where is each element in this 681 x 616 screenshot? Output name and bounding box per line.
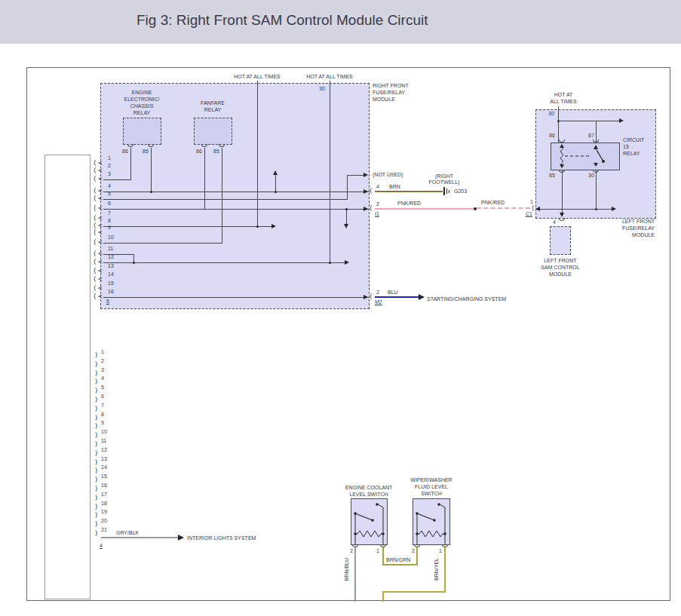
connector-arc: ) bbox=[94, 370, 98, 377]
connector-arc: ( bbox=[369, 205, 373, 212]
ecl-internals bbox=[351, 498, 388, 545]
sam-control-module-box bbox=[44, 155, 90, 599]
wire-pin5 bbox=[103, 199, 348, 200]
wire-pin4 bbox=[103, 192, 370, 192]
wire-fan85 bbox=[222, 148, 222, 243]
wire-brngrn-h bbox=[382, 564, 418, 565]
connector-arc: ) bbox=[94, 415, 98, 421]
wire-brnblu bbox=[354, 546, 356, 602]
ecl-name2: LEVEL SWITCH bbox=[349, 492, 388, 498]
connector-arc: ) bbox=[94, 361, 98, 368]
wire-gry bbox=[101, 537, 178, 538]
wire-blu bbox=[375, 296, 419, 298]
pin-number: 14 bbox=[108, 271, 114, 277]
hot-label2: ALL TIMES bbox=[550, 99, 576, 105]
pin-number: 2 bbox=[101, 358, 104, 364]
connector-arrow-icon: < bbox=[98, 268, 102, 274]
junction bbox=[275, 191, 277, 193]
ground-name: G203 bbox=[454, 188, 467, 195]
connector-arc: ) bbox=[94, 450, 98, 457]
ww-pin1: 1 bbox=[439, 548, 442, 554]
connector-arrow-icon: < bbox=[98, 160, 102, 167]
circuit-15-relay-internals bbox=[551, 143, 620, 170]
connector-arrow-icon: < bbox=[98, 195, 102, 202]
pin-number: 5 bbox=[101, 385, 104, 391]
arrow-branch bbox=[619, 118, 624, 123]
connector-arc: ) bbox=[94, 441, 98, 448]
pin-number: 12 bbox=[101, 447, 107, 453]
junction bbox=[345, 208, 348, 210]
connector-arc: ( bbox=[369, 188, 373, 195]
pin-number: 13 bbox=[108, 263, 114, 269]
pin-number: 13 bbox=[101, 456, 107, 462]
connector-arc: ( bbox=[369, 293, 373, 300]
arrow-gry bbox=[178, 535, 184, 541]
wire-brngrn-l bbox=[382, 546, 384, 565]
wire-eng85 bbox=[151, 148, 152, 192]
pin-number: 10 bbox=[101, 429, 107, 435]
circuit15-label1: CIRCUIT bbox=[623, 137, 644, 143]
blu-wire-label: BLU bbox=[388, 290, 398, 296]
connector-arc: ) bbox=[94, 432, 98, 439]
footwell-label1: (RIGHT bbox=[435, 173, 453, 179]
exit-arrow bbox=[364, 189, 368, 194]
connector-arc: ( bbox=[93, 259, 97, 265]
engine-relay-label4: RELAY bbox=[133, 110, 150, 116]
pin-number: 18 bbox=[101, 501, 107, 507]
pin-number: 3 bbox=[101, 367, 104, 373]
connector-arc: ) bbox=[94, 512, 98, 519]
connector-arc: ) bbox=[94, 378, 98, 385]
wire-pin3 bbox=[103, 179, 131, 180]
connector-arc: ( bbox=[93, 293, 97, 300]
hot-label1: HOT AT bbox=[554, 92, 573, 98]
brn-wire-label: BRN bbox=[389, 184, 400, 190]
connector-arc: ) bbox=[94, 352, 98, 359]
wire-stub-down bbox=[346, 209, 347, 225]
wire-pin6 bbox=[103, 209, 370, 210]
title-bar: Fig 3: Right Front SAM Control Module Ci… bbox=[0, 0, 681, 44]
fanfare-relay-label1: FANFARE bbox=[201, 100, 225, 106]
pin-number: 11 bbox=[101, 438, 106, 444]
ww-pin2: 2 bbox=[412, 548, 415, 554]
pin-number: 19 bbox=[101, 509, 107, 515]
connector-arc: ) bbox=[94, 467, 98, 474]
wire-brnyel-v2 bbox=[382, 591, 384, 602]
connector-arrow-icon: < bbox=[98, 276, 102, 283]
engine-relay-label3: CHASSIS bbox=[130, 103, 154, 109]
connector-arc: ) bbox=[94, 423, 98, 430]
pin-number: 6 bbox=[101, 394, 104, 400]
arrow-85-down bbox=[560, 213, 564, 217]
connector-arc: ( bbox=[93, 285, 97, 292]
brnyel-label: BRN/YEL bbox=[434, 558, 439, 581]
fanfare-relay-label2: RELAY bbox=[204, 107, 221, 113]
pin-number: 4 bbox=[101, 375, 104, 382]
connector-arc: ( bbox=[93, 167, 97, 174]
ww-name3: SWITCH bbox=[421, 491, 442, 497]
connector-arrow-icon: < bbox=[98, 239, 102, 246]
arrow-c1-right bbox=[612, 207, 616, 211]
figure-title: Fig 3: Right Front SAM Control Module Ci… bbox=[137, 12, 428, 29]
connector-arrow-icon: < bbox=[98, 293, 102, 300]
pin-number: 11 bbox=[108, 246, 113, 252]
connector-arc: ( bbox=[93, 176, 97, 182]
pin-number: 10 bbox=[108, 234, 114, 241]
wire-not-used bbox=[347, 175, 364, 176]
pin-number: 6 bbox=[108, 201, 111, 207]
engine-relay-label1: ENGINE bbox=[132, 90, 152, 96]
pnk-connector-id: I1 bbox=[375, 211, 379, 217]
c1-connector-id: C1 bbox=[526, 211, 532, 217]
wire-c1-line bbox=[540, 209, 612, 210]
wire-pnk-solid bbox=[375, 208, 474, 210]
pin-number: 9 bbox=[101, 420, 104, 426]
footwell-label2: FOOTWELL) bbox=[429, 179, 460, 185]
connector-arrow-icon: < bbox=[98, 205, 102, 212]
connector-id-4: 4 bbox=[100, 543, 103, 549]
connector-arc: ( bbox=[93, 188, 97, 195]
wire-pin5-riser bbox=[347, 175, 348, 199]
connector-arc: ) bbox=[94, 486, 98, 492]
module-name-line3: MODULE bbox=[373, 97, 395, 103]
hot-at-all-times-label-left: HOT AT ALL TIMES bbox=[234, 74, 280, 80]
gry-wire-label: GRY/BLK bbox=[116, 530, 139, 536]
junction bbox=[133, 262, 135, 264]
pin-number: 7 bbox=[101, 403, 104, 409]
